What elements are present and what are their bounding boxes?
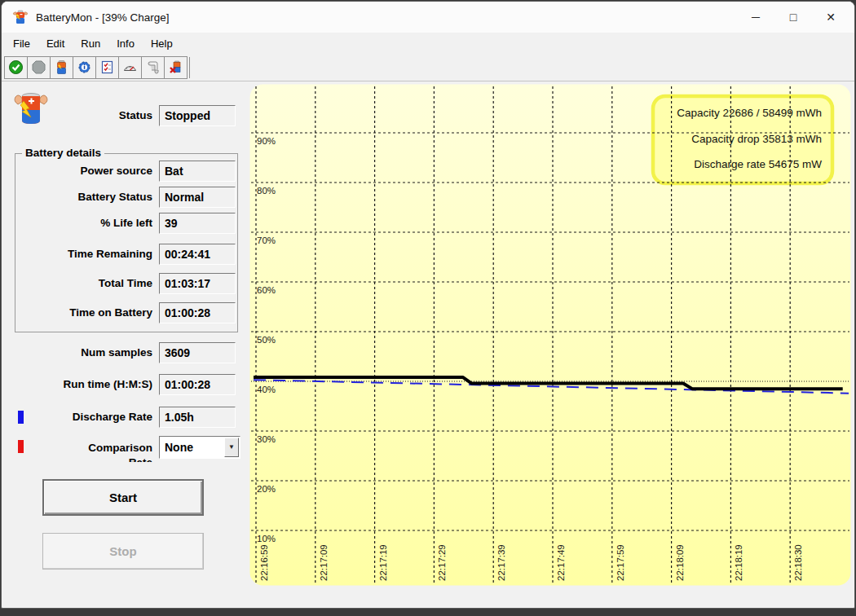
scroll-icon: [145, 59, 161, 75]
menu-run[interactable]: Run: [73, 35, 108, 52]
discharge-rate-field: 1.05h: [159, 407, 236, 428]
close-button[interactable]: ✕: [812, 2, 849, 33]
svg-text:80%: 80%: [257, 186, 276, 196]
batterymon-logo: [11, 88, 51, 129]
toolbar-start-button[interactable]: [4, 56, 28, 79]
start-button[interactable]: Start: [42, 479, 204, 516]
life-left-label: % Life left: [34, 217, 152, 229]
svg-text:20%: 20%: [257, 484, 276, 494]
stop-octagon-icon: [31, 59, 46, 75]
svg-text:22:17:39: 22:17:39: [496, 544, 506, 581]
svg-text:60%: 60%: [257, 285, 276, 295]
toolbar-log-button[interactable]: [141, 56, 165, 79]
menu-help[interactable]: Help: [143, 35, 181, 52]
status-label: Status: [51, 109, 152, 121]
time-remaining-label: Time Remaining: [34, 248, 152, 260]
time-remaining-field: 00:24:41: [159, 244, 236, 265]
minimize-button[interactable]: ─: [737, 2, 774, 33]
toolbar-gauge-button[interactable]: [118, 56, 142, 79]
num-samples-label: Num samples: [34, 346, 152, 359]
run-time-label: Run time (H:M:S): [34, 378, 152, 390]
svg-text:70%: 70%: [257, 235, 276, 245]
svg-text:22:18:09: 22:18:09: [675, 544, 685, 581]
discharge-rate-label: Discharge Rate: [34, 411, 152, 423]
run-time-field: 01:00:28: [159, 374, 236, 395]
battery-status-field: Normal: [159, 187, 236, 208]
battery-status-label: Battery Status: [34, 191, 152, 203]
toolbar-stop-button[interactable]: [27, 56, 51, 79]
svg-text:22:17:29: 22:17:29: [437, 544, 447, 581]
svg-text:22:17:59: 22:17:59: [616, 544, 625, 581]
screen: { "window": { "title": "BatteryMon - [39…: [0, 0, 856, 616]
app-icon: [12, 9, 29, 25]
svg-text:22:16:59: 22:16:59: [259, 544, 269, 581]
svg-text:50%: 50%: [257, 335, 276, 345]
toolbar-separator: [189, 57, 190, 78]
title-bar: BatteryMon - [39% Charge] ─ □ ✕: [2, 2, 854, 33]
menu-bar: File Edit Run Info Help: [2, 33, 854, 54]
svg-text:Discharge rate 54675 mW: Discharge rate 54675 mW: [694, 158, 822, 170]
svg-text:22:17:49: 22:17:49: [556, 544, 566, 581]
gear-info-icon: [77, 59, 92, 75]
svg-text:40%: 40%: [257, 385, 276, 394]
svg-text:22:18:30: 22:18:30: [793, 544, 803, 581]
discharge-series-marker: [18, 411, 24, 424]
gauge-icon: [122, 59, 138, 75]
num-samples-field: 3609: [159, 342, 236, 363]
comparison-dropdown[interactable]: None ▼: [159, 436, 240, 459]
batterymon-window: BatteryMon - [39% Charge] ─ □ ✕ File Edi…: [1, 1, 855, 609]
battery-chart: 22:16:5922:17:0922:17:1922:17:2922:17:39…: [249, 84, 851, 586]
svg-text:Capacity 22686 / 58499 mWh: Capacity 22686 / 58499 mWh: [677, 107, 822, 119]
menu-info[interactable]: Info: [108, 35, 143, 52]
battery-details-title: Battery details: [22, 147, 104, 159]
svg-text:Capacity drop 35813 mWh: Capacity drop 35813 mWh: [691, 133, 822, 145]
svg-text:10%: 10%: [257, 534, 276, 543]
life-left-field: 39: [159, 213, 236, 234]
svg-text:22:17:09: 22:17:09: [319, 544, 329, 581]
maximize-button[interactable]: □: [774, 2, 812, 33]
window-controls: ─ □ ✕: [737, 2, 854, 33]
dropdown-arrow-icon[interactable]: ▼: [224, 438, 239, 457]
svg-text:90%: 90%: [257, 136, 276, 146]
battery-x-icon: [168, 59, 183, 75]
toolbar-battery-log-button[interactable]: [50, 56, 73, 79]
start-check-icon: [8, 59, 24, 75]
total-time-field: 01:03:17: [159, 273, 236, 294]
svg-text:22:17:19: 22:17:19: [378, 544, 388, 581]
menu-file[interactable]: File: [5, 35, 38, 52]
battery-chart-svg: 22:16:5922:17:0922:17:1922:17:2922:17:39…: [249, 84, 851, 586]
window-title: BatteryMon - [39% Charge]: [36, 11, 170, 24]
stop-button[interactable]: Stop: [42, 533, 204, 570]
time-on-battery-label: Time on Battery: [34, 306, 152, 319]
comparison-series-marker: [18, 440, 24, 453]
menu-edit[interactable]: Edit: [38, 35, 73, 52]
toolbar-checklist-button[interactable]: [95, 56, 119, 79]
toolbar-info-button[interactable]: [73, 56, 96, 79]
battery-icon: [54, 59, 69, 75]
svg-text:30%: 30%: [257, 434, 276, 444]
toolbar-battery-remove-button[interactable]: [164, 56, 188, 79]
toolbar: [2, 54, 854, 81]
time-on-battery-field: 01:00:28: [159, 302, 236, 323]
checklist-icon: [99, 59, 115, 75]
power-source-field: Bat: [159, 161, 236, 182]
total-time-label: Total Time: [34, 277, 152, 289]
power-source-label: Power source: [34, 165, 152, 177]
comparison-rate-label: Comparison Rate: [46, 441, 152, 462]
status-field: Stopped: [159, 105, 236, 126]
svg-text:22:18:19: 22:18:19: [734, 544, 743, 581]
